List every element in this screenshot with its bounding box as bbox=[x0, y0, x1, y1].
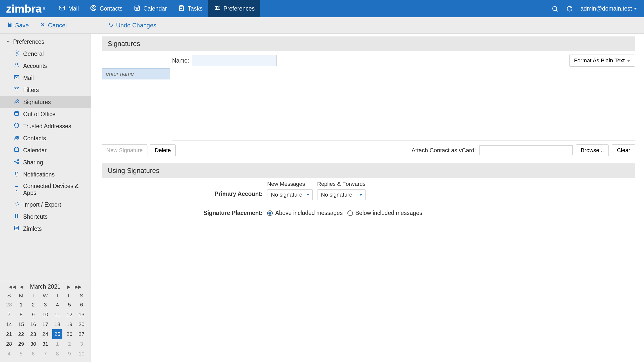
radio-icon bbox=[267, 210, 273, 216]
signature-name-input[interactable] bbox=[192, 55, 277, 66]
mini-cal-day[interactable]: 17 bbox=[39, 319, 51, 329]
logo[interactable]: zimbra® bbox=[6, 3, 45, 15]
sidebar-item-shortcuts[interactable]: Shortcuts bbox=[0, 211, 91, 223]
browse-button[interactable]: Browse... bbox=[576, 144, 609, 156]
undo-button[interactable]: Undo Changes bbox=[108, 22, 156, 29]
sidebar-item-general[interactable]: General bbox=[0, 48, 91, 60]
tab-tasks[interactable]: Tasks bbox=[172, 0, 208, 17]
mini-cal-day[interactable]: 3 bbox=[39, 300, 51, 309]
svg-point-13 bbox=[15, 136, 17, 138]
tab-calendar[interactable]: Calendar bbox=[128, 0, 172, 17]
mini-cal-day[interactable]: 1 bbox=[51, 339, 63, 349]
mini-cal-day[interactable]: 10 bbox=[75, 349, 88, 358]
mini-cal-day[interactable]: 26 bbox=[63, 329, 75, 339]
mini-cal-day[interactable]: 25 bbox=[51, 329, 63, 339]
mini-cal-day[interactable]: 2 bbox=[27, 300, 39, 309]
next-month-icon[interactable]: ▶ bbox=[66, 284, 72, 290]
mini-cal-day[interactable]: 29 bbox=[15, 339, 27, 349]
mini-cal-day[interactable]: 16 bbox=[27, 319, 39, 329]
mini-cal-day[interactable]: 11 bbox=[51, 309, 63, 319]
sidebar-item-contacts[interactable]: Contacts bbox=[0, 132, 91, 144]
next-year-icon[interactable]: ▶▶ bbox=[74, 284, 83, 290]
tab-preferences[interactable]: Preferences bbox=[208, 0, 260, 17]
replies-forwards-select[interactable]: No signature bbox=[317, 189, 366, 200]
tab-contacts[interactable]: Contacts bbox=[84, 0, 128, 17]
mini-cal-day[interactable]: 4 bbox=[51, 300, 63, 309]
sidebar-item-sharing[interactable]: Sharing bbox=[0, 156, 91, 168]
mini-cal-day[interactable]: 12 bbox=[63, 309, 75, 319]
new-signature-button[interactable]: New Signature bbox=[102, 144, 147, 156]
sidebar-item-mail[interactable]: Mail bbox=[0, 72, 91, 84]
mini-cal-day[interactable]: 27 bbox=[75, 329, 88, 339]
sidebar-item-signatures[interactable]: Signatures bbox=[0, 96, 91, 108]
sidebar-item-trusted-addresses[interactable]: Trusted Addresses bbox=[0, 120, 91, 132]
mini-cal-day[interactable]: 2 bbox=[63, 339, 75, 349]
save-button[interactable]: Save bbox=[7, 22, 29, 29]
mini-cal-day[interactable]: 18 bbox=[51, 319, 63, 329]
signatures-icon bbox=[14, 98, 20, 106]
mini-cal-day[interactable]: 6 bbox=[75, 300, 88, 309]
mini-cal-day[interactable]: 10 bbox=[39, 309, 51, 319]
new-messages-select[interactable]: No signature bbox=[267, 189, 313, 200]
sidebar-item-import-export[interactable]: Import / Export bbox=[0, 199, 91, 211]
mini-cal-day[interactable]: 20 bbox=[75, 319, 88, 329]
sidebar-item-out-of-office[interactable]: Out of Office bbox=[0, 108, 91, 120]
prev-month-icon[interactable]: ◀ bbox=[19, 284, 24, 290]
mini-cal-day[interactable]: 8 bbox=[51, 349, 63, 358]
mini-cal-day[interactable]: 5 bbox=[15, 349, 27, 358]
save-icon bbox=[7, 22, 13, 29]
mini-cal-day[interactable]: 15 bbox=[15, 319, 27, 329]
cancel-button[interactable]: Cancel bbox=[40, 22, 67, 29]
tree-root-preferences[interactable]: Preferences bbox=[0, 36, 91, 48]
signature-list-item[interactable]: enter name bbox=[102, 68, 170, 79]
mini-cal-day[interactable]: 5 bbox=[63, 300, 75, 309]
refresh-icon[interactable] bbox=[566, 5, 573, 13]
tab-mail[interactable]: Mail bbox=[53, 0, 84, 17]
mini-cal-day[interactable]: 9 bbox=[27, 309, 39, 319]
sidebar-item-calendar[interactable]: Calendar bbox=[0, 144, 91, 156]
mini-cal-day[interactable]: 7 bbox=[3, 309, 15, 319]
sidebar-item-label: Signatures bbox=[23, 99, 51, 106]
close-icon bbox=[40, 22, 46, 29]
sidebar-item-notifications[interactable]: Notifications bbox=[0, 168, 91, 180]
mini-cal-day[interactable]: 13 bbox=[75, 309, 88, 319]
mini-cal-day[interactable]: 31 bbox=[39, 339, 51, 349]
mini-cal-day[interactable]: 28 bbox=[3, 300, 15, 309]
mini-cal-day[interactable]: 30 bbox=[27, 339, 39, 349]
search-icon[interactable] bbox=[551, 5, 559, 13]
preferences-icon bbox=[214, 5, 221, 13]
sidebar-item-connected-devices[interactable]: Connected Devices & Apps bbox=[0, 180, 91, 199]
mini-cal-day[interactable]: 14 bbox=[3, 319, 15, 329]
prev-year-icon[interactable]: ◀◀ bbox=[8, 284, 17, 290]
mini-cal-day[interactable]: 24 bbox=[39, 329, 51, 339]
sidebar-item-label: Calendar bbox=[23, 147, 47, 154]
mini-cal-day[interactable]: 6 bbox=[27, 349, 39, 358]
mini-cal-day[interactable]: 19 bbox=[63, 319, 75, 329]
placement-above-radio[interactable]: Above included messages bbox=[267, 210, 343, 216]
mini-cal-day[interactable]: 7 bbox=[39, 349, 51, 358]
mini-cal-day[interactable]: 8 bbox=[15, 309, 27, 319]
caret-down-icon bbox=[627, 60, 630, 62]
signature-placement-row: Signature Placement: Above included mess… bbox=[102, 210, 635, 216]
tab-label: Calendar bbox=[143, 5, 167, 12]
clear-button[interactable]: Clear bbox=[612, 144, 635, 156]
mini-cal-day[interactable]: 3 bbox=[75, 339, 88, 349]
vcard-input[interactable] bbox=[479, 145, 573, 155]
format-select[interactable]: Format As Plain Text bbox=[569, 55, 635, 67]
mini-cal-day[interactable]: 28 bbox=[3, 339, 15, 349]
mini-cal-day[interactable]: 21 bbox=[3, 329, 15, 339]
mini-cal-day[interactable]: 9 bbox=[63, 349, 75, 358]
sidebar-item-accounts[interactable]: Accounts bbox=[0, 60, 91, 72]
signature-textarea[interactable] bbox=[172, 70, 635, 141]
sidebar-item-zimlets[interactable]: Zimlets bbox=[0, 223, 91, 235]
mini-cal-day[interactable]: 22 bbox=[15, 329, 27, 339]
sidebar-item-filters[interactable]: Filters bbox=[0, 84, 91, 96]
placement-below-radio[interactable]: Below included messages bbox=[347, 210, 422, 216]
mini-cal-day[interactable]: 23 bbox=[27, 329, 39, 339]
mini-cal-day[interactable]: 4 bbox=[3, 349, 15, 358]
user-menu[interactable]: admin@domain.test bbox=[580, 5, 637, 12]
vcard-label: Attach Contact as vCard: bbox=[412, 147, 476, 154]
mini-cal-dow: W bbox=[39, 292, 51, 300]
delete-button[interactable]: Delete bbox=[150, 144, 176, 156]
mini-cal-day[interactable]: 1 bbox=[15, 300, 27, 309]
